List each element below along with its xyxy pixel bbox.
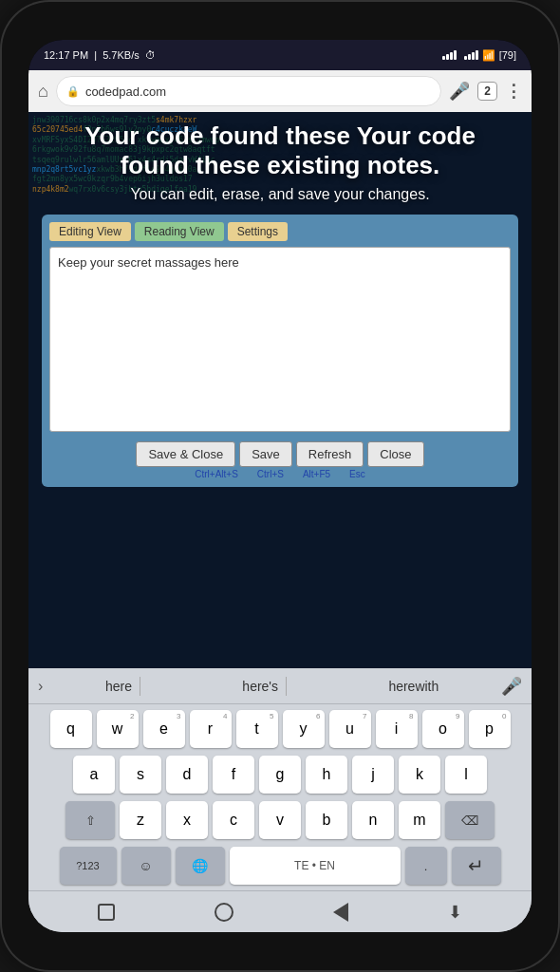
- mic-icon[interactable]: 🎤: [501, 676, 522, 697]
- key-z[interactable]: z: [120, 801, 161, 839]
- menu-icon[interactable]: ⋮: [505, 81, 522, 102]
- hero-subtitle: You can edit, erase, and save your chang…: [47, 186, 513, 203]
- key-j[interactable]: j: [352, 756, 394, 794]
- key-t[interactable]: t5: [236, 710, 278, 748]
- key-x[interactable]: x: [166, 801, 208, 839]
- chevron-icon[interactable]: ›: [38, 678, 43, 695]
- browser-bar: ⌂ 🔒 codedpad.com 🎤 2 ⋮: [28, 70, 532, 112]
- editor-tabs: Editing View Reading View Settings: [49, 222, 511, 241]
- key-k[interactable]: k: [399, 756, 440, 794]
- globe-key[interactable]: 🌐: [176, 847, 225, 885]
- lock-icon: 🔒: [66, 85, 80, 98]
- key-f[interactable]: f: [213, 756, 254, 794]
- autocomplete-word-2[interactable]: here's: [234, 677, 287, 696]
- autocomplete-word-1[interactable]: here: [98, 677, 140, 696]
- key-q[interactable]: q: [50, 710, 92, 748]
- key-p[interactable]: p0: [469, 710, 511, 748]
- phone-screen: 12:17 PM | 5.7KB/s ⏱ 📶: [28, 40, 532, 932]
- key-row-1: q w2 e3 r4 t5 y6 u7 i8 o9 p0: [32, 710, 528, 748]
- key-a[interactable]: a: [73, 756, 115, 794]
- back-button[interactable]: [333, 903, 348, 922]
- key-row-4: ?123 ☺ 🌐 TE • EN . ↵: [32, 847, 528, 885]
- key-d[interactable]: d: [166, 756, 208, 794]
- signal-icon-2: [464, 50, 478, 60]
- key-r[interactable]: r4: [190, 710, 232, 748]
- emoji-key[interactable]: ☺: [121, 847, 171, 885]
- shortcut-save: Ctrl+S: [250, 469, 291, 479]
- key-g[interactable]: g: [259, 756, 301, 794]
- close-button[interactable]: Close: [367, 441, 423, 467]
- key-row-2: a s d f g h j k l: [32, 756, 528, 794]
- download-icon[interactable]: ⬇: [448, 902, 462, 923]
- speed: 5.7KB/s: [103, 49, 140, 61]
- autocomplete-words: here here's herewith: [50, 677, 494, 696]
- key-i[interactable]: i8: [376, 710, 418, 748]
- te-en-label: TE • EN: [294, 859, 335, 872]
- autocomplete-word-3[interactable]: herewith: [381, 677, 446, 696]
- backspace-key[interactable]: ⌫: [445, 801, 495, 839]
- enter-key[interactable]: ↵: [452, 847, 501, 885]
- shortcut-refresh: Alt+F5: [295, 469, 338, 479]
- key-b[interactable]: b: [306, 801, 347, 839]
- refresh-button[interactable]: Refresh: [296, 441, 364, 467]
- shortcut-close: Esc: [342, 469, 373, 479]
- space-key[interactable]: TE • EN: [230, 847, 401, 885]
- tab-reading-view[interactable]: Reading View: [135, 222, 224, 241]
- action-buttons: Save & Close Save Refresh Close: [49, 441, 511, 467]
- shortcut-labels: Ctrl+Alt+S Ctrl+S Alt+F5 Esc: [49, 469, 511, 479]
- tab-settings[interactable]: Settings: [228, 222, 288, 241]
- key-m[interactable]: m: [399, 801, 440, 839]
- home-icon[interactable]: ⌂: [38, 82, 48, 102]
- key-l[interactable]: l: [445, 756, 487, 794]
- time: 12:17 PM: [44, 49, 88, 61]
- signal-icon: [442, 50, 457, 60]
- status-bar: 12:17 PM | 5.7KB/s ⏱ 📶: [28, 40, 532, 70]
- key-s[interactable]: s: [120, 756, 161, 794]
- tab-editing-view[interactable]: Editing View: [49, 222, 131, 241]
- bottom-nav: ⬇: [28, 890, 532, 932]
- key-e[interactable]: e3: [143, 710, 185, 748]
- note-textarea[interactable]: Keep your secret massages here: [49, 247, 511, 432]
- period-key[interactable]: .: [405, 847, 447, 885]
- status-time-speed: 12:17 PM | 5.7KB/s ⏱: [44, 49, 156, 61]
- key-h[interactable]: h: [306, 756, 347, 794]
- key-row-3: ⇧ z x c v b n m ⌫: [32, 801, 528, 839]
- hero-title: Your code found these Your code found th…: [47, 122, 513, 180]
- key-n[interactable]: n: [352, 801, 394, 839]
- key-y[interactable]: y6: [283, 710, 325, 748]
- home-button[interactable]: [215, 903, 233, 922]
- web-content: jnw390716cs8k0p2x4mq7ry3zt5s4mk7hzxr 65c…: [28, 112, 532, 668]
- phone-device: 12:17 PM | 5.7KB/s ⏱ 📶: [0, 0, 560, 972]
- stop-button[interactable]: [98, 904, 115, 921]
- keyboard-rows: q w2 e3 r4 t5 y6 u7 i8 o9 p0 a s d f: [28, 704, 532, 890]
- tab-count[interactable]: 2: [477, 82, 497, 101]
- microphone-icon[interactable]: 🎤: [449, 81, 470, 102]
- numbers-key[interactable]: ?123: [60, 847, 117, 885]
- battery-icon: [79]: [499, 49, 516, 61]
- note-panel: Editing View Reading View Settings Keep …: [42, 215, 518, 487]
- wifi-icon: 📶: [482, 49, 495, 62]
- keyboard-area: › here here's herewith 🎤 q w2 e3 r4 t5 y…: [28, 668, 532, 932]
- save-close-button[interactable]: Save & Close: [136, 441, 235, 467]
- textarea-wrapper[interactable]: Keep your secret massages here: [49, 247, 511, 436]
- save-button[interactable]: Save: [239, 441, 292, 467]
- autocomplete-bar: › here here's herewith 🎤: [28, 668, 532, 704]
- url-text: codedpad.com: [85, 84, 431, 99]
- status-icons: 📶 [79]: [442, 49, 516, 62]
- key-o[interactable]: o9: [422, 710, 464, 748]
- shift-key[interactable]: ⇧: [65, 801, 115, 839]
- hero-section: Your code found these Your code found th…: [28, 112, 532, 209]
- key-c[interactable]: c: [213, 801, 254, 839]
- url-bar[interactable]: 🔒 codedpad.com: [56, 76, 441, 106]
- key-v[interactable]: v: [259, 801, 301, 839]
- shortcut-save-close: Ctrl+Alt+S: [187, 469, 246, 479]
- key-w[interactable]: w2: [97, 710, 139, 748]
- key-u[interactable]: u7: [329, 710, 371, 748]
